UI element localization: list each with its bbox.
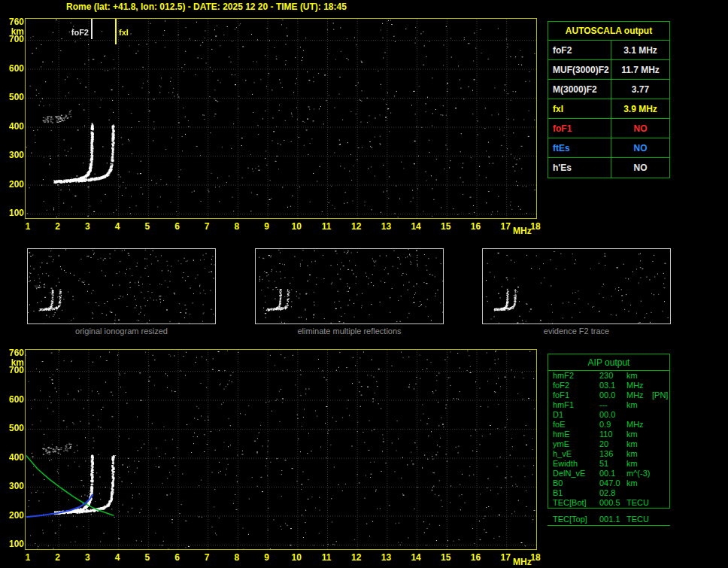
aip-footer-row: TEC[Top] 001.1 TECU — [548, 514, 670, 526]
aip-row-unit — [626, 488, 652, 498]
x-tick-label: 7 — [198, 222, 216, 231]
aip-row: hmF2230km — [548, 371, 669, 381]
aip-row-unit: km — [626, 439, 652, 449]
y-tick-label: 100 — [2, 539, 24, 548]
aip-row-label: B0 — [553, 478, 599, 488]
x-tick-label: 13 — [377, 553, 395, 562]
aip-row: DelN_vE00.1m^(-3) — [548, 469, 669, 478]
autoscala-row-value: NO — [611, 119, 669, 138]
x-tick-label: 2 — [49, 222, 67, 231]
x-tick-label: 15 — [437, 553, 455, 562]
aip-row-extra: [PN] — [652, 390, 669, 400]
aip-row: hmE110km — [548, 430, 669, 439]
x-tick-label: 3 — [78, 553, 96, 562]
x-tick-label: 12 — [347, 222, 366, 231]
aip-row-extra — [652, 449, 669, 459]
autoscala-row-label: foF2 — [548, 41, 611, 59]
aip-row-value: 20 — [599, 439, 626, 449]
aip-row-extra — [652, 469, 669, 478]
x-tick-label: 9 — [258, 222, 276, 231]
x-tick-label: 11 — [317, 553, 335, 562]
x-tick-label: 8 — [228, 553, 246, 562]
thumbnail-caption-original: original ionogram resized — [27, 327, 216, 336]
y-tick-label: 760 — [2, 348, 24, 357]
x-tick-label: 13 — [377, 222, 395, 231]
aip-row: foF100.0MHz[PN] — [548, 390, 669, 400]
aip-row-extra — [652, 439, 669, 449]
aip-footer-unit: TECU — [626, 514, 652, 525]
x-tick-label: 4 — [108, 222, 126, 231]
thumbnail-canvas-reflections — [256, 249, 443, 323]
aip-row-label: hmF1 — [553, 400, 599, 410]
aip-row-extra — [652, 410, 669, 420]
thumbnail-canvas-original — [28, 249, 215, 323]
aip-row-label: hmF2 — [553, 371, 599, 381]
aip-row-unit: km — [626, 400, 652, 410]
x-tick-label: 15 — [437, 222, 455, 231]
autoscala-row-label: h'Es — [548, 158, 611, 178]
thumbnail-caption-reflections: eliminate multiple reflections — [255, 327, 444, 336]
aip-row-extra — [652, 498, 669, 508]
autoscala-row-value: 11.7 MHz — [611, 60, 669, 79]
aip-row-extra — [652, 371, 669, 381]
aip-row-unit: MHz — [626, 381, 652, 390]
fxI-marker-label: fxI — [119, 28, 129, 37]
x-axis-unit-label: MHz — [513, 226, 537, 235]
x-axis-unit-label: MHz — [513, 557, 537, 566]
ionogram-canvas-bottom — [26, 350, 536, 549]
aip-row-label: hmE — [553, 430, 599, 439]
autoscala-row-value: NO — [611, 158, 669, 178]
aip-row-label: TEC[Bot] — [553, 498, 599, 508]
x-tick-label: 17 — [496, 553, 514, 562]
autoscala-table-header: AUTOSCALA output — [548, 22, 669, 41]
x-tick-label: 10 — [287, 222, 305, 231]
y-tick-label: 200 — [2, 511, 24, 520]
aip-row-value: 00.0 — [599, 390, 626, 400]
foF2-marker-line — [91, 19, 93, 39]
autoscala-table-rows: foF23.1 MHzMUF(3000)F211.7 MHzM(3000)F23… — [548, 41, 669, 178]
thumbnail-canvas-f2trace — [483, 249, 670, 323]
y-tick-label: 300 — [2, 481, 24, 491]
aip-row: h_vE136km — [548, 449, 669, 459]
autoscala-row-value: 3.77 — [611, 80, 669, 99]
autoscala-row: MUF(3000)F211.7 MHz — [548, 60, 669, 80]
aip-row-unit: m^(-3) — [626, 469, 652, 478]
y-tick-label: 400 — [2, 122, 24, 131]
x-tick-label: 4 — [108, 553, 126, 562]
aip-row-value: 00.1 — [599, 469, 626, 478]
aip-row-label: B1 — [553, 488, 599, 498]
x-tick-label: 5 — [138, 553, 156, 562]
autoscala-row: M(3000)F23.77 — [548, 80, 669, 99]
aip-row-unit: km — [626, 449, 652, 459]
x-tick-label: 14 — [407, 553, 425, 562]
aip-row: hmF1---km — [548, 400, 669, 410]
aip-row-unit: TECU — [626, 498, 652, 508]
ionogram-plot-bottom — [25, 349, 537, 550]
aip-row-value: 136 — [599, 449, 626, 459]
aip-row-extra — [652, 381, 669, 390]
aip-row: B102.8 — [548, 488, 669, 498]
x-tick-label: 6 — [168, 222, 187, 231]
y-tick-label: 400 — [2, 453, 24, 462]
aip-row: foF203.1MHz — [548, 381, 669, 390]
aip-row: D100.0 — [548, 410, 669, 420]
aip-row-label: h_vE — [553, 449, 599, 459]
aip-row-value: 03.1 — [599, 381, 626, 390]
thumbnail-multiple-reflections — [255, 248, 444, 324]
aip-row: B0047.0km — [548, 478, 669, 488]
x-tick-label: 3 — [78, 222, 96, 231]
x-tick-label: 6 — [168, 553, 187, 562]
autoscala-app-window: Rome (lat: +41.8, lon: 012.5) - DATE: 20… — [0, 0, 728, 568]
aip-row-unit: km — [626, 430, 652, 439]
aip-row-extra — [652, 420, 669, 430]
x-tick-label: 8 — [228, 222, 246, 231]
thumbnail-f2-trace — [482, 248, 671, 324]
aip-row-value: 230 — [599, 371, 626, 381]
aip-row-unit: km — [626, 478, 652, 488]
aip-row-value: 000.5 — [599, 498, 626, 508]
x-tick-label: 9 — [258, 553, 276, 562]
aip-row-label: foE — [553, 420, 599, 430]
autoscala-row: foF23.1 MHz — [548, 41, 669, 60]
autoscala-row-value: 3.9 MHz — [611, 99, 669, 118]
y-tick-label: 500 — [2, 93, 24, 102]
